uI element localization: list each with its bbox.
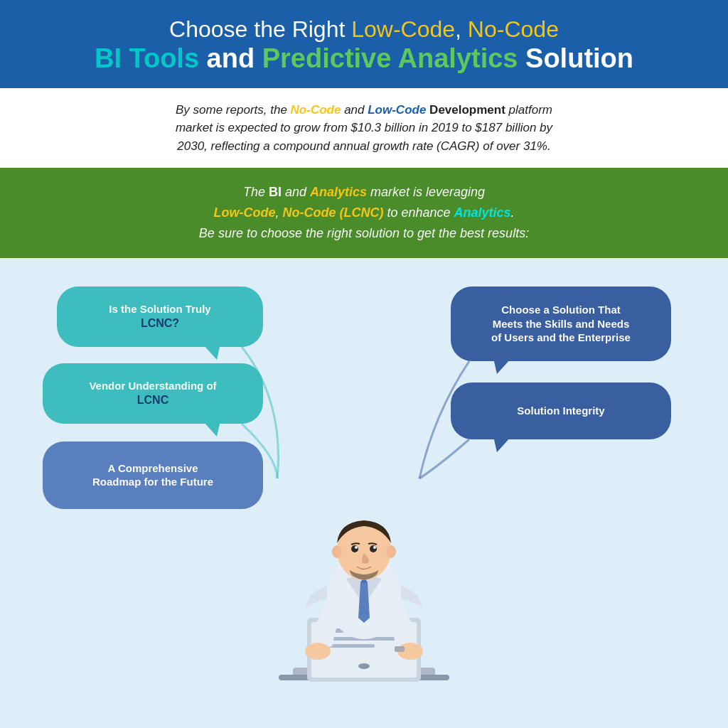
low-code-stat: Low-Code <box>368 103 426 117</box>
bubble2-lcnc: LCNC <box>89 393 216 408</box>
bubble1-lcnc: LCNC? <box>109 316 210 331</box>
svg-point-12 <box>351 545 358 552</box>
svg-point-16 <box>305 643 331 660</box>
svg-point-10 <box>332 545 342 558</box>
analytics-label1: Analytics <box>310 185 367 199</box>
bubble-lcnc-question: Is the Solution Truly LCNC? <box>57 287 263 347</box>
header-section: Choose the Right Low-Code, No-Code BI To… <box>0 0 728 88</box>
svg-point-11 <box>386 545 396 558</box>
bubble1-line1: Is the Solution Truly <box>109 302 210 316</box>
bi-label: BI <box>269 185 282 199</box>
svg-point-4 <box>358 663 370 669</box>
no-code-stat: No-Code <box>291 103 341 117</box>
green-line1: The BI and Analytics market is leveragin… <box>43 182 685 203</box>
low-code-text: Low-Code <box>351 16 455 42</box>
analytics-label2: Analytics <box>454 205 511 220</box>
bubble-choose-solution: Choose a Solution ThatMeets the Skills a… <box>451 287 671 361</box>
green-line3: Be sure to choose the right solution to … <box>43 223 685 244</box>
no-code-green: No-Code (LCNC) <box>282 205 383 220</box>
bubble3-text: A ComprehensiveRoadmap for the Future <box>92 461 213 489</box>
svg-point-13 <box>370 545 377 552</box>
green-section: The BI and Analytics market is leveragin… <box>0 168 728 257</box>
bubble-roadmap: A ComprehensiveRoadmap for the Future <box>43 441 263 509</box>
header-line1: Choose the Right Low-Code, No-Code <box>28 16 700 43</box>
bi-tools-text: BI Tools <box>95 43 199 73</box>
diagram-section: Is the Solution Truly LCNC? Vendor Under… <box>0 258 728 728</box>
bubble-solution-integrity: Solution Integrity <box>451 382 671 439</box>
development-stat: Development <box>429 103 505 117</box>
bubble-vendor-understanding: Vendor Understanding of LCNC <box>43 363 263 424</box>
bubble4-text: Choose a Solution ThatMeets the Skills a… <box>491 303 631 345</box>
person-illustration <box>250 486 478 728</box>
predictive-analytics-text: Predictive Analytics <box>262 43 518 73</box>
svg-point-15 <box>373 546 376 549</box>
stats-section: By some reports, the No-Code and Low-Cod… <box>0 88 728 168</box>
main-container: Choose the Right Low-Code, No-Code BI To… <box>0 0 728 728</box>
green-line2: Low-Code, No-Code (LCNC) to enhance Anal… <box>43 203 685 223</box>
svg-point-14 <box>355 546 358 549</box>
bubble5-text: Solution Integrity <box>517 404 604 418</box>
person-svg <box>250 486 478 728</box>
no-code-text: No-Code <box>468 16 559 42</box>
svg-rect-18 <box>395 646 405 652</box>
header-line2: BI Tools and Predictive Analytics Soluti… <box>28 43 700 75</box>
bubble2-line1: Vendor Understanding of <box>89 379 216 393</box>
low-code-green: Low-Code <box>213 205 275 220</box>
